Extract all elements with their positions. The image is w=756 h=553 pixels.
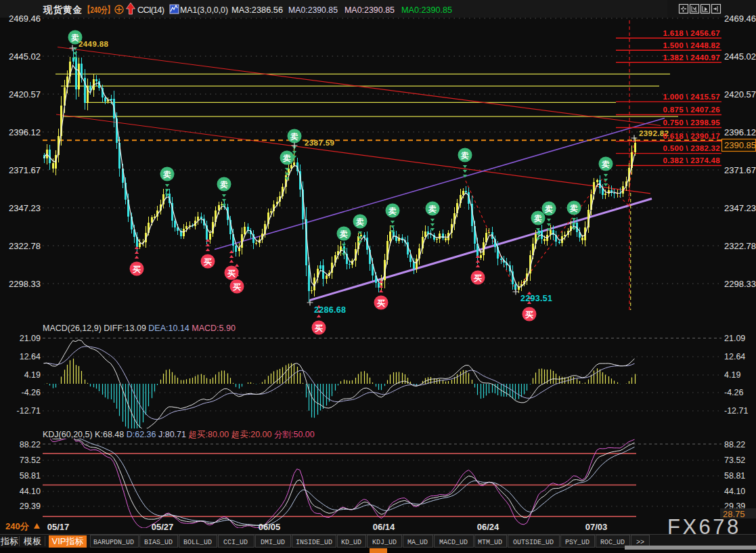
svg-text:MACD(26,12,9) DIFF:13.09 DEA: MACD(26,12,9) DIFF:13.09 DEA:10.14 MACD:… bbox=[43, 324, 236, 333]
svg-text:INSIDE_UD: INSIDE_UD bbox=[296, 539, 332, 546]
svg-text:模板: 模板 bbox=[23, 536, 41, 546]
svg-text:4.19: 4.19 bbox=[24, 370, 41, 380]
svg-text:-4.26: -4.26 bbox=[724, 388, 744, 397]
svg-text:73.52: 73.52 bbox=[724, 456, 745, 465]
svg-text:06/24: 06/24 bbox=[477, 522, 499, 532]
svg-text:1.382 \ 2440.97: 1.382 \ 2440.97 bbox=[663, 53, 720, 62]
svg-text:2390.85: 2390.85 bbox=[724, 140, 756, 150]
svg-text:卖: 卖 bbox=[569, 204, 578, 213]
svg-text:指标: 指标 bbox=[0, 536, 18, 546]
svg-text:MA0:2390.85: MA0:2390.85 bbox=[344, 5, 395, 15]
svg-text:-4.26: -4.26 bbox=[22, 388, 41, 397]
svg-text:12.64: 12.64 bbox=[724, 352, 745, 361]
svg-text:2445.02: 2445.02 bbox=[724, 51, 756, 62]
svg-text:BARUPDN_UD: BARUPDN_UD bbox=[93, 539, 134, 546]
svg-text:卖: 卖 bbox=[544, 204, 553, 214]
svg-text:卖: 卖 bbox=[290, 132, 298, 141]
svg-text:06/14: 06/14 bbox=[373, 522, 395, 532]
svg-text:卖: 卖 bbox=[460, 151, 469, 160]
svg-text:卖: 卖 bbox=[533, 214, 542, 223]
svg-text:2445.02: 2445.02 bbox=[9, 51, 41, 62]
svg-text:2420.57: 2420.57 bbox=[724, 89, 756, 99]
svg-text:2322.78: 2322.78 bbox=[9, 241, 41, 251]
svg-text:2396.12: 2396.12 bbox=[9, 127, 41, 137]
svg-text:VIP指标: VIP指标 bbox=[52, 536, 84, 546]
svg-text:2469.46: 2469.46 bbox=[9, 14, 41, 24]
svg-text:CCI(14): CCI(14) bbox=[137, 5, 164, 15]
svg-text:>>: >> bbox=[636, 539, 644, 546]
svg-text:06/05: 06/05 bbox=[259, 522, 281, 532]
svg-text:240分: 240分 bbox=[5, 521, 30, 531]
svg-text:12.64: 12.64 bbox=[20, 352, 41, 361]
svg-text:买: 买 bbox=[233, 282, 241, 292]
svg-text:44.10: 44.10 bbox=[724, 487, 745, 496]
svg-text:21.09: 21.09 bbox=[20, 334, 41, 343]
svg-text:买: 买 bbox=[133, 265, 141, 274]
svg-text:卖: 卖 bbox=[219, 180, 228, 190]
svg-text:OUTSIDE_UD: OUTSIDE_UD bbox=[513, 539, 554, 546]
svg-text:买: 买 bbox=[315, 324, 323, 333]
svg-text:卖: 卖 bbox=[162, 170, 171, 179]
svg-text:2347.23: 2347.23 bbox=[724, 203, 756, 213]
svg-text:MA0:2390.85: MA0:2390.85 bbox=[401, 5, 452, 15]
svg-text:MA0:2390.85: MA0:2390.85 bbox=[288, 5, 338, 15]
svg-text:2322.78: 2322.78 bbox=[724, 241, 756, 251]
svg-text:卖: 卖 bbox=[339, 229, 348, 239]
svg-text:2396.12: 2396.12 bbox=[724, 127, 756, 137]
svg-text:2387.59: 2387.59 bbox=[305, 139, 334, 147]
svg-text:BOLL_UD: BOLL_UD bbox=[183, 539, 212, 546]
svg-text:DMI_UD: DMI_UD bbox=[261, 539, 285, 546]
svg-text:0.500 \ 2382.32: 0.500 \ 2382.32 bbox=[663, 144, 720, 152]
svg-text:卖: 卖 bbox=[428, 204, 437, 214]
svg-text:-12.71: -12.71 bbox=[724, 406, 748, 416]
svg-text:2420.57: 2420.57 bbox=[9, 89, 41, 99]
svg-text:MA_UD: MA_UD bbox=[407, 539, 428, 546]
svg-text:FX678: FX678 bbox=[667, 515, 741, 539]
svg-text:44.10: 44.10 bbox=[20, 487, 41, 496]
svg-text:29.39: 29.39 bbox=[20, 502, 41, 511]
svg-text:买: 买 bbox=[377, 298, 385, 308]
svg-text:买: 买 bbox=[525, 310, 533, 319]
svg-text:卖: 卖 bbox=[601, 160, 610, 169]
svg-text:2371.67: 2371.67 bbox=[724, 165, 756, 175]
svg-text:2449.88: 2449.88 bbox=[79, 40, 109, 48]
svg-text:05/17: 05/17 bbox=[47, 522, 70, 532]
svg-text:05/27: 05/27 bbox=[152, 522, 174, 532]
svg-text:KDJ_UD: KDJ_UD bbox=[372, 539, 397, 546]
svg-text:58.81: 58.81 bbox=[724, 471, 745, 481]
svg-text:现货黄金: 现货黄金 bbox=[43, 5, 83, 15]
svg-text:卖: 卖 bbox=[355, 217, 364, 227]
svg-text:2298.33: 2298.33 bbox=[724, 279, 756, 289]
svg-text:2298.33: 2298.33 bbox=[9, 279, 41, 289]
svg-text:2293.51: 2293.51 bbox=[520, 294, 552, 303]
svg-text:0.875 \ 2407.26: 0.875 \ 2407.26 bbox=[663, 106, 720, 114]
svg-text:MA1(3,0,0,0): MA1(3,0,0,0) bbox=[180, 5, 228, 15]
svg-text:买: 买 bbox=[227, 269, 236, 278]
svg-text:07/03: 07/03 bbox=[585, 522, 608, 532]
svg-text:21.09: 21.09 bbox=[724, 334, 745, 343]
svg-text:88.22: 88.22 bbox=[724, 440, 745, 449]
svg-text:买: 买 bbox=[474, 273, 482, 283]
svg-text:2371.67: 2371.67 bbox=[9, 165, 41, 175]
svg-text:73.52: 73.52 bbox=[20, 456, 41, 465]
svg-text:CCI_UD: CCI_UD bbox=[223, 539, 248, 546]
svg-text:BIAS_UD: BIAS_UD bbox=[144, 539, 173, 546]
svg-text:-12.71: -12.71 bbox=[17, 406, 41, 416]
svg-text:0.382 \ 2374.48: 0.382 \ 2374.48 bbox=[663, 156, 721, 164]
svg-text:PSY_UD: PSY_UD bbox=[565, 539, 590, 546]
svg-text:卖: 卖 bbox=[282, 154, 291, 163]
svg-text:2347.23: 2347.23 bbox=[9, 203, 41, 213]
svg-text:MA3:2386.56: MA3:2386.56 bbox=[231, 5, 283, 15]
svg-text:2469.46: 2469.46 bbox=[724, 14, 756, 24]
svg-text:1.500 \ 2448.82: 1.500 \ 2448.82 bbox=[663, 41, 720, 49]
svg-text:MACD_UD: MACD_UD bbox=[439, 539, 468, 546]
svg-text:KDJ(60,20,5) K:68.48 D:62.36: KDJ(60,20,5) K:68.48 D:62.36 J:80.71 超买:… bbox=[43, 430, 315, 439]
svg-text:买: 买 bbox=[204, 257, 212, 267]
svg-text:2286.68: 2286.68 bbox=[314, 305, 346, 315]
svg-text:0.750 \ 2398.95: 0.750 \ 2398.95 bbox=[663, 118, 721, 127]
svg-text:4.19: 4.19 bbox=[724, 370, 740, 380]
svg-text:卖: 卖 bbox=[388, 206, 397, 216]
svg-text:1.000 \ 2415.57: 1.000 \ 2415.57 bbox=[663, 93, 720, 101]
svg-text:KD_UD: KD_UD bbox=[341, 539, 361, 546]
svg-text:ROC_UD: ROC_UD bbox=[600, 539, 625, 546]
